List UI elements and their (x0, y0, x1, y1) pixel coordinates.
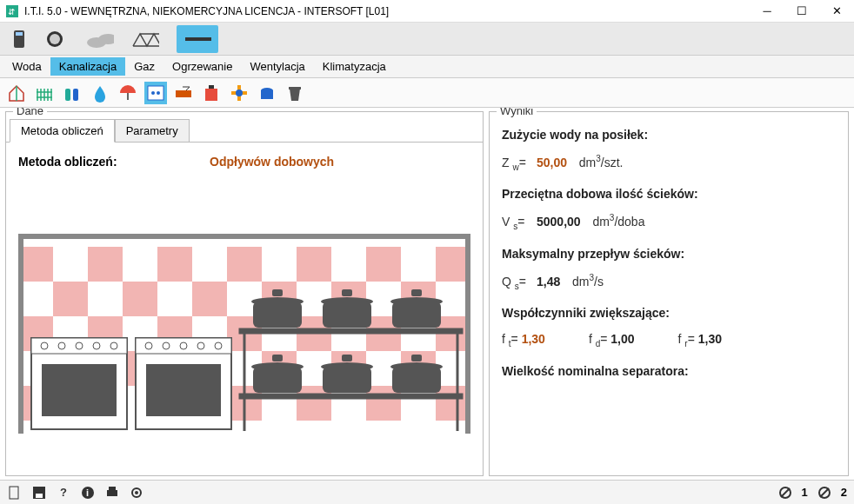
svg-rect-11 (73, 89, 78, 101)
svg-rect-16 (205, 89, 217, 101)
ribbon (0, 23, 854, 56)
ribbon-group-4-active[interactable] (177, 25, 218, 53)
svg-rect-92 (323, 367, 371, 393)
svg-rect-10 (65, 89, 70, 101)
ribbon-group-3 (131, 27, 159, 51)
new-doc-icon[interactable] (7, 485, 23, 501)
svg-point-20 (236, 90, 243, 96)
svg-rect-3 (16, 32, 23, 36)
tab-content: Metoda obliczeń: Odpływów dobowych (6, 142, 483, 475)
panel-dane-label: Dane (13, 108, 47, 117)
menu-woda[interactable]: Woda (3, 57, 50, 76)
svg-rect-32 (192, 282, 227, 316)
panel-wyniki: Wyniki Zużycie wody na posiłek: Z w= 50,… (489, 111, 849, 476)
result-h2: Przeciętna dobowa ilość ścieków: (502, 187, 836, 201)
menubar: Woda Kanalizacja Gaz Ogrzewanie Wentylac… (0, 56, 854, 78)
calculator-icon[interactable] (9, 27, 37, 51)
minimize-button[interactable]: ─ (750, 0, 784, 23)
svg-rect-90 (272, 355, 283, 361)
r1-unit: dm3/szt. (572, 154, 623, 169)
status-2: 2 (841, 486, 847, 499)
svg-rect-83 (323, 302, 371, 328)
truss-icon[interactable] (131, 27, 159, 51)
maximize-button[interactable]: ☐ (784, 0, 819, 23)
svg-rect-68 (136, 338, 231, 354)
svg-rect-89 (253, 367, 302, 393)
help-icon[interactable]: ? (56, 485, 71, 501)
svg-rect-93 (342, 355, 352, 361)
panel-wyniki-label: Wyniki (497, 108, 537, 117)
r2-unit: dm3/doba (586, 213, 645, 229)
svg-rect-102 (107, 490, 117, 496)
svg-rect-60 (31, 338, 127, 354)
menu-kanalizacja[interactable]: Kanalizacja (50, 57, 126, 76)
result-h5: Wielkość nominalna separatora: (502, 364, 836, 378)
r1-val: 50,00 (537, 156, 567, 169)
drop-icon[interactable] (89, 82, 111, 104)
bin-icon[interactable] (284, 82, 306, 104)
app-icon: ⇵ (4, 3, 20, 19)
wrench-icon (183, 27, 211, 51)
calc-icon[interactable] (144, 82, 167, 104)
status-target1-icon[interactable] (777, 485, 793, 501)
ruler-icon[interactable] (172, 82, 195, 104)
result-h3: Maksymalny przepływ ścieków: (502, 247, 836, 261)
svg-rect-21 (289, 87, 301, 90)
svg-rect-25 (157, 247, 192, 282)
svg-rect-15 (176, 90, 191, 97)
r3-sym: Q s= (502, 275, 531, 291)
close-button[interactable]: ✕ (819, 0, 854, 23)
pipe-icon[interactable] (228, 82, 250, 104)
save-icon[interactable] (31, 485, 47, 501)
menu-klimatyzacja[interactable]: Klimatyzacja (314, 57, 395, 76)
toolbar (0, 78, 854, 108)
svg-rect-28 (366, 247, 401, 282)
settings-icon[interactable] (129, 485, 144, 501)
svg-rect-66 (42, 364, 117, 416)
menu-gaz[interactable]: Gaz (125, 57, 163, 76)
svg-rect-56 (18, 234, 470, 239)
result-h1: Zużycie wody na posiłek: (502, 128, 836, 142)
gauge-icon[interactable] (41, 27, 69, 51)
menu-wentylacja[interactable]: Wentylacja (241, 57, 313, 76)
fuel-icon[interactable] (200, 82, 223, 104)
svg-rect-76 (240, 395, 462, 398)
workspace: Dane Metoda obliczeń Parametry Metoda ob… (0, 108, 854, 480)
results-body: Zużycie wody na posiłek: Z w= 50,00 dm3/… (490, 112, 848, 401)
status-1: 1 (802, 486, 808, 499)
tabs: Metoda obliczeń Parametry (10, 119, 483, 143)
tab-parametry[interactable]: Parametry (115, 119, 190, 143)
kitchen-illustration (18, 195, 470, 463)
svg-rect-24 (88, 247, 123, 282)
method-label: Metoda obliczeń: (18, 155, 210, 169)
tanks-icon[interactable] (61, 82, 83, 104)
svg-rect-86 (392, 302, 441, 328)
svg-rect-30 (53, 282, 88, 316)
umbrella-icon[interactable] (117, 82, 139, 104)
trowel-icon[interactable] (86, 27, 114, 51)
svg-rect-57 (18, 234, 23, 434)
svg-rect-84 (342, 289, 352, 296)
print-icon[interactable] (104, 485, 120, 501)
ribbon-group-2 (86, 27, 114, 51)
svg-rect-96 (411, 355, 422, 361)
r3-val: 1,48 (537, 275, 560, 288)
fence-icon[interactable] (33, 82, 56, 104)
svg-rect-17 (209, 85, 214, 89)
tab-metoda[interactable]: Metoda obliczeń (10, 119, 115, 143)
panel-dane: Dane Metoda obliczeń Parametry Metoda ob… (5, 111, 484, 476)
svg-rect-81 (272, 289, 283, 296)
house-icon[interactable] (5, 82, 28, 104)
info-icon[interactable]: i (80, 485, 96, 501)
svg-rect-103 (109, 487, 116, 490)
menu-ogrzewanie[interactable]: Ogrzewanie (163, 57, 241, 76)
svg-line-109 (820, 488, 829, 497)
svg-rect-99 (36, 494, 43, 498)
svg-rect-58 (465, 234, 470, 434)
svg-rect-75 (240, 329, 462, 333)
svg-rect-8 (185, 37, 211, 41)
svg-rect-31 (123, 282, 157, 316)
status-target2-icon[interactable] (817, 485, 832, 501)
r1-sym: Z w= (502, 156, 531, 172)
tank-icon[interactable] (256, 82, 278, 104)
